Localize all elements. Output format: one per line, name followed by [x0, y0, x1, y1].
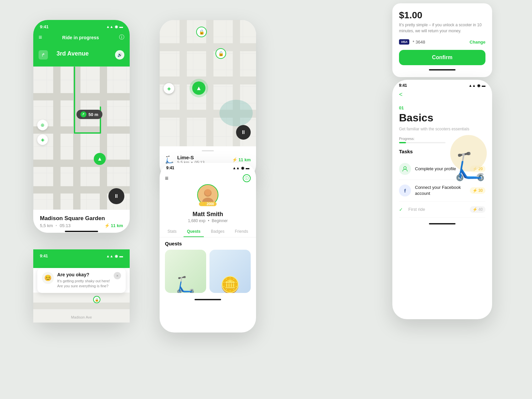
svg-point-3	[205, 189, 211, 196]
avatar-wrapper: ⚡ 2000	[197, 184, 218, 205]
user-arrow-icon: ▲	[196, 85, 202, 92]
map-road-v2	[206, 20, 213, 146]
trip-distance: 5,5 km	[40, 223, 53, 228]
basics-signal: ▲▲	[468, 83, 476, 88]
basics-status-bar: 9:41 ▲▲ ◉ ▬	[392, 80, 492, 89]
task-facebook[interactable]: f Connect your Facebook account ⚡ 30	[399, 180, 485, 201]
volume-button[interactable]: 🔊	[115, 50, 124, 60]
phone-ride-in-progress: 9:41 ▲▲ ◉ ▬ ≡ Ride in progress ⓘ ↱ 3rd A…	[33, 20, 130, 233]
tab-quests[interactable]: Quests	[184, 226, 204, 237]
tab-badges[interactable]: Badges	[207, 226, 228, 237]
ride-header: ≡ Ride in progress ⓘ	[33, 32, 130, 45]
basics-description: Get familiar with the scooters essential…	[399, 126, 485, 132]
scooter-battery: ⚡ 11 km	[232, 157, 251, 162]
street-name: 3rd Avenue	[51, 48, 94, 62]
profile-info-icon[interactable]: ⓘ	[243, 174, 251, 182]
pause-button[interactable]: ⏸	[108, 188, 124, 204]
alert-road	[33, 303, 130, 309]
street-label: Madison Ave	[71, 315, 92, 319]
basics-title: Basics	[399, 112, 485, 124]
back-button[interactable]: <	[392, 89, 492, 100]
destination-name: Madison Square Garden	[40, 215, 123, 222]
pause-map-button[interactable]: ⏸	[236, 125, 251, 140]
alert-battery: ▬	[119, 254, 123, 258]
scooter-location-pin: ▲	[94, 153, 106, 165]
menu-icon[interactable]: ≡	[39, 34, 42, 41]
facebook-f-icon: f	[404, 188, 406, 194]
quest-card-2[interactable]: 🪙	[209, 250, 251, 293]
battery-km: 11 km	[238, 157, 251, 162]
user-name: Matt Smith	[165, 211, 251, 218]
task-label-facebook: Connect your Facebook account	[415, 185, 466, 197]
distance-value: 50 m	[88, 112, 98, 117]
turn-arrow-icon: ↱	[39, 50, 48, 60]
alert-emoji: 😊	[42, 272, 54, 284]
user-exp: 1,680 exp	[188, 218, 205, 223]
scooter-pin-2: 🔒	[215, 48, 226, 59]
wifi-icon: ◉	[115, 25, 118, 29]
navigation-bar: ↱ 3rd Avenue 🔊	[33, 45, 130, 66]
ride-title: Ride in progress	[62, 35, 99, 40]
user-level: Beginner	[212, 218, 228, 223]
alert-time: 9:41	[40, 254, 48, 258]
compass-button[interactable]: ◈	[37, 134, 48, 145]
visa-logo: VISA	[399, 39, 409, 45]
payment-amount: $1.00	[399, 10, 485, 21]
profile-info: ⚡ 2000 Matt Smith 1,680 exp • Beginner	[160, 184, 256, 226]
quest-card-1[interactable]: 🛴	[165, 250, 206, 293]
profile-dot: •	[208, 218, 209, 223]
alert-green-header	[33, 261, 130, 268]
basics-wifi: ◉	[477, 83, 480, 88]
park-area	[219, 100, 253, 126]
tab-stats[interactable]: Stats	[164, 226, 180, 237]
check-icon: ✓	[399, 207, 403, 212]
alert-close-button[interactable]: ×	[114, 272, 121, 279]
sheet-handle	[202, 150, 214, 151]
profile-tabs: Stats Quests Badges Friends	[160, 226, 256, 237]
scooter-marker-1[interactable]: 🔒	[196, 27, 207, 37]
card-number: * 3648	[413, 40, 466, 45]
profile-signal: ▲▲	[232, 166, 240, 170]
facebook-task-icon: f	[399, 185, 411, 197]
reward-icon-3: ⚡	[472, 207, 477, 212]
user-location-marker: ▲	[192, 81, 205, 95]
basics-hero: 01 Basics Get familiar with the scooters…	[392, 100, 492, 149]
scooter-pin-1: 🔒	[196, 27, 207, 37]
svg-point-4	[404, 167, 406, 169]
change-payment-button[interactable]: Change	[469, 40, 485, 45]
pause-icon: ⏸	[114, 193, 119, 199]
profile-menu-icon[interactable]: ≡	[165, 175, 169, 182]
road-horizontal-1	[33, 93, 130, 100]
alert-wifi: ◉	[115, 254, 118, 258]
profile-status-icons: ▲▲ ◉ ▬	[232, 166, 249, 170]
profile-home-indicator	[195, 299, 221, 300]
road-horizontal-3	[33, 160, 130, 167]
profile-wifi: ◉	[241, 166, 244, 170]
alert-signal: ▲▲	[106, 254, 113, 258]
alert-scooter-marker: 🔒	[93, 296, 100, 303]
tab-friends[interactable]: Friends	[231, 226, 251, 237]
scooter-marker-2[interactable]: 🔒	[215, 48, 226, 59]
battery-icon-trip: ⚡	[104, 223, 110, 228]
route-line-v	[74, 66, 75, 133]
profile-task-icon	[399, 163, 411, 175]
compass-map-button[interactable]: ◈	[164, 83, 174, 94]
battery-range: 11 km	[111, 223, 123, 228]
task-label-first-ride: First ride	[408, 206, 466, 212]
phone-map-scooters: 🔒 🔒 ▲ ⊕ ◈ ⏸ 🛴 Lime-S 5,5 km •	[160, 20, 256, 180]
pause-map-icon: ⏸	[241, 129, 246, 135]
trip-info-card: Madison Square Garden 5,5 km • 05:13 ⚡ 1…	[33, 209, 130, 233]
profile-time: 9:41	[166, 166, 174, 170]
confirm-button[interactable]: Confirm	[399, 50, 485, 65]
trip-details: 5,5 km • 05:13 ⚡ 11 km	[40, 223, 123, 228]
basics-battery-icon: ▬	[482, 83, 485, 88]
recenter-button[interactable]: ⊕	[37, 120, 48, 130]
phone-profile: 9:41 ▲▲ ◉ ▬ ≡ ⓘ ⚡ 2000	[160, 163, 256, 332]
alert-title: Are you okay?	[57, 272, 110, 277]
alert-popup: 😊 Are you okay? It's getting pretty shak…	[37, 268, 126, 293]
time-display: 9:41	[40, 24, 49, 29]
info-icon[interactable]: ⓘ	[119, 34, 124, 41]
basics-status-icons: ▲▲ ◉ ▬	[468, 83, 485, 88]
home-indicator	[65, 231, 98, 232]
phone-alert: 9:41 ▲▲ ◉ ▬ Madison Ave 🔒 😊 Are you okay…	[33, 249, 130, 323]
